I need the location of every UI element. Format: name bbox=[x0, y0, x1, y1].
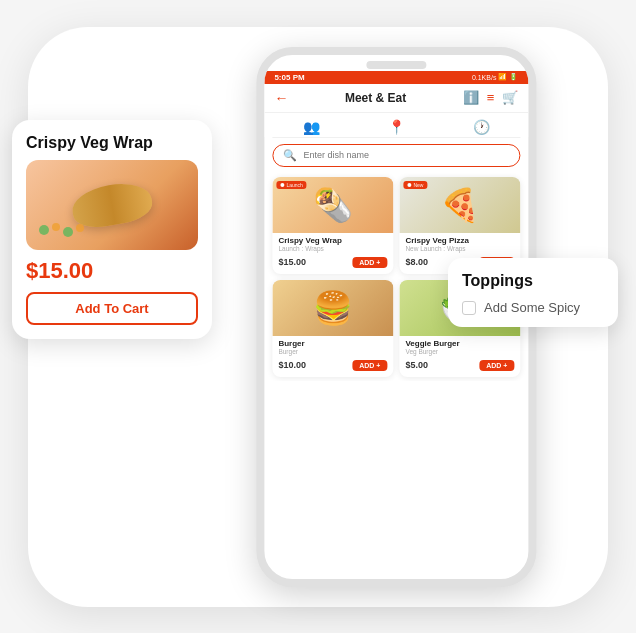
topping-checkbox-0[interactable] bbox=[462, 301, 476, 315]
category-icon-2: 🕐 bbox=[473, 119, 490, 135]
badge-label-1: New bbox=[413, 182, 423, 188]
category-icon-1: 📍 bbox=[388, 119, 405, 135]
category-tab-2[interactable]: 🕐 bbox=[473, 119, 490, 135]
toppings-title: Toppings bbox=[462, 272, 604, 290]
food-image-1: 🍕 New bbox=[399, 177, 520, 233]
add-button-0[interactable]: ADD + bbox=[352, 257, 387, 268]
add-button-2[interactable]: ADD + bbox=[352, 360, 387, 371]
veg-wrap-card: Crispy Veg Wrap $15.00 Add To Cart bbox=[12, 120, 212, 339]
info-icon[interactable]: ℹ️ bbox=[463, 90, 479, 105]
svg-point-2 bbox=[63, 227, 73, 237]
status-time: 5:05 PM bbox=[274, 73, 304, 82]
phone-notch bbox=[366, 61, 426, 69]
food-name-2: Burger bbox=[278, 339, 387, 348]
back-icon[interactable]: ← bbox=[274, 90, 288, 106]
food-name-3: Veggie Burger bbox=[405, 339, 514, 348]
food-badge-1: New bbox=[403, 181, 427, 189]
nav-icons: ℹ️ ≡ 🛒 bbox=[463, 90, 519, 105]
filter-icon[interactable]: ≡ bbox=[487, 90, 495, 105]
food-footer-2: $10.00 ADD + bbox=[272, 358, 393, 371]
veggie-decoration bbox=[36, 220, 96, 240]
network-indicator: 0.1KB/s bbox=[472, 74, 497, 81]
food-sub-2: Burger bbox=[278, 348, 387, 355]
badge-dot-0 bbox=[280, 183, 284, 187]
svg-point-0 bbox=[39, 225, 49, 235]
food-info-1: Crispy Veg Pizza New Launch : Wraps bbox=[399, 233, 520, 255]
food-price-1: $8.00 bbox=[405, 257, 428, 267]
add-button-3[interactable]: ADD + bbox=[479, 360, 514, 371]
svg-point-1 bbox=[52, 223, 60, 231]
battery-indicator: 🔋 bbox=[509, 73, 518, 81]
signal-indicator: 📶 bbox=[498, 73, 507, 81]
topping-item-0: Add Some Spicy bbox=[462, 300, 604, 315]
toppings-card: Toppings Add Some Spicy bbox=[448, 258, 618, 327]
food-price-3: $5.00 bbox=[405, 360, 428, 370]
svg-point-3 bbox=[76, 224, 84, 232]
veg-wrap-image bbox=[26, 160, 198, 250]
app-title: Meet & Eat bbox=[345, 91, 406, 105]
food-card-0: 🌯 Launch Crispy Veg Wrap Launch : Wraps … bbox=[272, 177, 393, 274]
cart-icon[interactable]: 🛒 bbox=[502, 90, 518, 105]
veg-wrap-title: Crispy Veg Wrap bbox=[26, 134, 198, 152]
badge-dot-1 bbox=[407, 183, 411, 187]
category-tab-0[interactable]: 👥 bbox=[303, 119, 320, 135]
status-bar: 5:05 PM 0.1KB/s 📶 🔋 bbox=[264, 71, 528, 84]
food-sub-1: New Launch : Wraps bbox=[405, 245, 514, 252]
food-price-0: $15.00 bbox=[278, 257, 306, 267]
category-divider bbox=[272, 137, 520, 138]
food-info-2: Burger Burger bbox=[272, 336, 393, 358]
search-bar: 🔍 bbox=[272, 144, 520, 167]
badge-label-0: Launch bbox=[286, 182, 302, 188]
food-image-0: 🌯 Launch bbox=[272, 177, 393, 233]
food-info-3: Veggie Burger Veg Burger bbox=[399, 336, 520, 358]
top-nav: ← Meet & Eat ℹ️ ≡ 🛒 bbox=[264, 84, 528, 113]
veg-wrap-price: $15.00 bbox=[26, 258, 198, 284]
food-card-2: 🍔 Burger Burger $10.00 ADD + bbox=[272, 280, 393, 377]
search-input[interactable] bbox=[303, 150, 509, 160]
food-price-2: $10.00 bbox=[278, 360, 306, 370]
search-icon: 🔍 bbox=[283, 149, 297, 162]
food-badge-0: Launch bbox=[276, 181, 306, 189]
category-icon-0: 👥 bbox=[303, 119, 320, 135]
topping-label-0: Add Some Spicy bbox=[484, 300, 580, 315]
add-to-cart-button[interactable]: Add To Cart bbox=[26, 292, 198, 325]
food-sub-0: Launch : Wraps bbox=[278, 245, 387, 252]
food-name-0: Crispy Veg Wrap bbox=[278, 236, 387, 245]
food-name-1: Crispy Veg Pizza bbox=[405, 236, 514, 245]
food-sub-3: Veg Burger bbox=[405, 348, 514, 355]
category-tabs: 👥 📍 🕐 bbox=[264, 113, 528, 137]
status-icons: 0.1KB/s 📶 🔋 bbox=[472, 73, 519, 81]
food-footer-3: $5.00 ADD + bbox=[399, 358, 520, 371]
food-footer-0: $15.00 ADD + bbox=[272, 255, 393, 268]
food-emoji-2: 🍔 bbox=[272, 280, 393, 336]
food-image-2: 🍔 bbox=[272, 280, 393, 336]
category-tab-1[interactable]: 📍 bbox=[388, 119, 405, 135]
food-info-0: Crispy Veg Wrap Launch : Wraps bbox=[272, 233, 393, 255]
